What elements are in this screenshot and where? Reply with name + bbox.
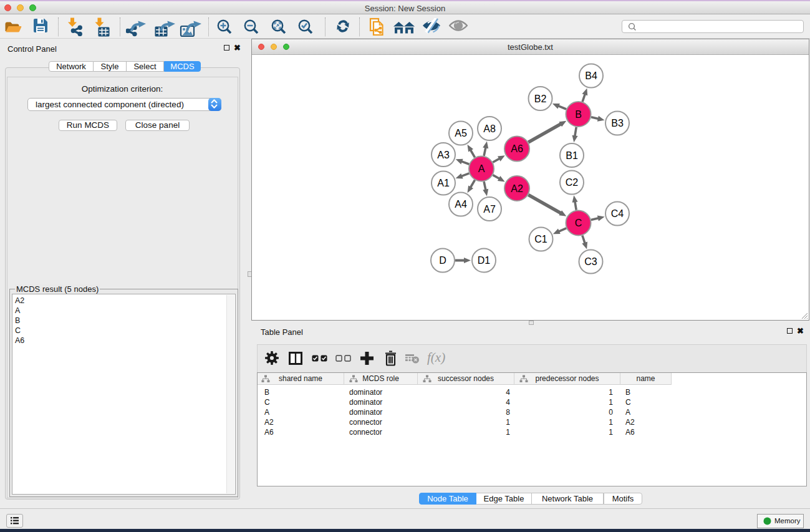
- svg-text:A8: A8: [483, 123, 496, 134]
- svg-text:A1: A1: [437, 178, 450, 188]
- svg-text:D: D: [439, 255, 446, 266]
- svg-text:C3: C3: [584, 256, 597, 267]
- svg-text:C4: C4: [611, 208, 624, 219]
- svg-text:A4: A4: [455, 199, 467, 210]
- svg-text:B: B: [575, 109, 582, 120]
- svg-text:A6: A6: [511, 143, 523, 154]
- svg-text:B1: B1: [566, 150, 578, 161]
- svg-text:C: C: [575, 218, 582, 228]
- svg-text:A7: A7: [483, 204, 496, 215]
- svg-text:D1: D1: [478, 255, 491, 266]
- svg-text:A3: A3: [437, 150, 450, 160]
- svg-text:B4: B4: [585, 70, 597, 81]
- svg-text:A5: A5: [455, 128, 467, 138]
- svg-text:A: A: [478, 163, 485, 174]
- svg-text:B3: B3: [611, 118, 624, 128]
- svg-text:C1: C1: [534, 234, 547, 244]
- svg-text:B2: B2: [534, 94, 547, 104]
- svg-text:A2: A2: [511, 183, 523, 194]
- svg-text:C2: C2: [566, 177, 579, 188]
